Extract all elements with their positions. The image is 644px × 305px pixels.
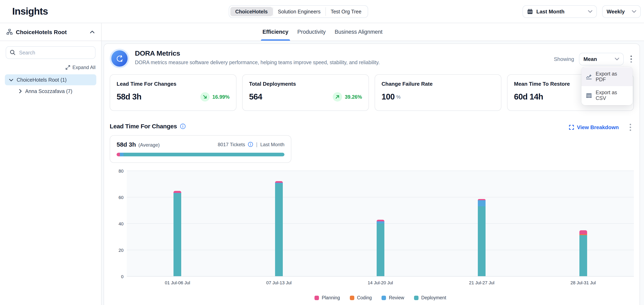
x-tick-label: 07 Jul-13 Jul bbox=[266, 280, 292, 285]
x-tick-label: 28 Jul-31 Jul bbox=[570, 280, 596, 285]
chart-export-icon bbox=[586, 74, 592, 80]
export-pdf-item[interactable]: Export as PDF bbox=[582, 67, 632, 86]
sidebar-header[interactable]: ChoiceHotels Root bbox=[0, 23, 101, 41]
progress-segment-deployment bbox=[124, 153, 284, 156]
dora-title: DORA Metrics bbox=[135, 49, 380, 58]
legend-label: Deployment bbox=[421, 295, 446, 300]
legend-item-deployment[interactable]: Deployment bbox=[414, 295, 446, 300]
chart-x-axis: 01 Jul-06 Jul07 Jul-13 Jul14 Jul-20 Jul2… bbox=[127, 280, 634, 288]
table-icon bbox=[586, 92, 592, 98]
view-breakdown-label: View Breakdown bbox=[577, 124, 619, 130]
legend-label: Coding bbox=[357, 295, 372, 300]
trend-indicator: 39.26% bbox=[332, 92, 362, 101]
legend-item-coding[interactable]: Coding bbox=[350, 295, 372, 300]
chevron-up-icon[interactable] bbox=[90, 30, 95, 33]
card-total-deployments: Total Deployments 564 39.26% bbox=[242, 74, 369, 111]
metric-tabs: Efficiency Productivity Business Alignme… bbox=[102, 23, 644, 41]
org-tab-choicehotels[interactable]: ChoiceHotels bbox=[230, 7, 273, 16]
bar-segment-deployment bbox=[174, 193, 182, 276]
phase-progress-bar bbox=[116, 153, 284, 156]
chart-plot bbox=[127, 171, 634, 277]
dora-controls: Showing Mean bbox=[554, 53, 634, 65]
search-input[interactable] bbox=[6, 46, 96, 59]
metric-value: 564 bbox=[249, 92, 262, 101]
search-icon bbox=[10, 49, 16, 55]
y-tick-label: 0 bbox=[121, 274, 124, 279]
tree-item-root[interactable]: ChoiceHotels Root (1) bbox=[5, 74, 96, 85]
trend-indicator: 16.99% bbox=[200, 92, 230, 101]
bar-segment-planning bbox=[376, 220, 384, 221]
metric-unit: % bbox=[396, 94, 400, 100]
y-tick-label: 60 bbox=[119, 195, 124, 200]
metric-value: 58d 3h bbox=[116, 92, 142, 101]
org-tab-test-org-tree[interactable]: Test Org Tree bbox=[326, 7, 366, 16]
granularity-select[interactable]: Weekly bbox=[602, 5, 641, 18]
x-tick-label: 14 Jul-20 Jul bbox=[368, 280, 393, 285]
expand-corners-icon bbox=[569, 125, 574, 130]
lead-time-actions: View Breakdown bbox=[569, 123, 633, 132]
chevron-right-icon[interactable] bbox=[19, 89, 22, 93]
chart-y-axis: 020406080 bbox=[112, 171, 127, 277]
y-tick-label: 80 bbox=[119, 169, 124, 173]
search-wrap bbox=[6, 46, 96, 59]
legend-item-planning[interactable]: Planning bbox=[314, 295, 340, 300]
bar-segment-deployment bbox=[478, 206, 486, 276]
bar-28 Jul-31 Jul bbox=[579, 230, 587, 276]
dora-panel: DORA Metrics DORA metrics measure softwa… bbox=[104, 43, 640, 305]
dora-cycle-icon bbox=[110, 49, 129, 68]
showing-label: Showing bbox=[554, 56, 574, 62]
legend-swatch bbox=[314, 296, 319, 300]
chevron-down-icon bbox=[615, 58, 619, 60]
tab-productivity[interactable]: Productivity bbox=[298, 23, 326, 41]
aggregation-select[interactable]: Mean bbox=[579, 53, 624, 65]
info-icon[interactable] bbox=[248, 142, 253, 147]
export-csv-item[interactable]: Export as CSV bbox=[582, 86, 632, 105]
top-header: Insights ChoiceHotels Solution Engineers… bbox=[0, 0, 644, 23]
legend-swatch bbox=[382, 296, 386, 300]
legend-item-review[interactable]: Review bbox=[382, 295, 404, 300]
bar-01 Jul-06 Jul bbox=[174, 191, 182, 276]
dora-kebab-menu-button[interactable] bbox=[628, 54, 634, 64]
org-chart-icon bbox=[6, 29, 12, 35]
trend-value: 16.99% bbox=[212, 94, 230, 100]
tab-business-alignment[interactable]: Business Alignment bbox=[334, 23, 382, 41]
date-range-select[interactable]: Last Month bbox=[522, 5, 597, 18]
bar-segment-planning bbox=[275, 181, 283, 183]
progress-segment-planning bbox=[116, 153, 120, 156]
expand-all-button[interactable]: Expand All bbox=[66, 65, 96, 70]
tickets-count: 8017 Tickets bbox=[218, 142, 245, 147]
legend-label: Planning bbox=[322, 295, 340, 300]
expand-icon bbox=[66, 65, 70, 70]
bar-segment-review bbox=[478, 200, 486, 206]
dora-header: DORA Metrics DORA metrics measure softwa… bbox=[110, 49, 634, 68]
tree-item-child[interactable]: Anna Scozzafava (7) bbox=[19, 86, 101, 97]
card-change-failure-rate: Change Failure Rate 100 % bbox=[374, 74, 502, 111]
chevron-down-icon[interactable] bbox=[9, 78, 14, 81]
trend-value: 39.26% bbox=[345, 94, 362, 100]
tab-efficiency[interactable]: Efficiency bbox=[262, 23, 288, 41]
view-breakdown-button[interactable]: View Breakdown bbox=[569, 124, 619, 130]
lead-time-kebab-menu-button[interactable] bbox=[628, 123, 633, 132]
metric-value: 100 bbox=[382, 92, 394, 101]
legend-swatch bbox=[414, 296, 418, 300]
chevron-down-icon bbox=[588, 10, 592, 13]
org-tab-solution-engineers[interactable]: Solution Engineers bbox=[273, 7, 326, 16]
summary-qualifier: (Average) bbox=[138, 142, 160, 148]
header-controls: Last Month Weekly bbox=[522, 5, 641, 18]
calendar-icon bbox=[527, 8, 533, 15]
bar-07 Jul-13 Jul bbox=[275, 181, 283, 276]
lead-time-title: Lead Time For Changes bbox=[110, 123, 177, 130]
chart-legend: PlanningCodingReviewDeployment bbox=[127, 295, 634, 300]
insights-app: Insights ChoiceHotels Solution Engineers… bbox=[0, 0, 644, 305]
expand-all-label: Expand All bbox=[72, 65, 96, 70]
progress-segment-review bbox=[120, 153, 124, 156]
metric-title: Change Failure Rate bbox=[382, 81, 494, 87]
card-lead-time-for-changes: Lead Time For Changes 58d 3h 16.99% bbox=[110, 74, 236, 111]
aggregation-value: Mean bbox=[584, 56, 597, 62]
trend-up-icon bbox=[332, 92, 342, 101]
bar-segment-planning bbox=[174, 191, 182, 193]
sidebar-root-label: ChoiceHotels Root bbox=[16, 29, 86, 35]
org-switcher: ChoiceHotels Solution Engineers Test Org… bbox=[229, 5, 368, 18]
info-icon[interactable] bbox=[180, 123, 186, 129]
bar-segment-deployment bbox=[275, 183, 283, 276]
